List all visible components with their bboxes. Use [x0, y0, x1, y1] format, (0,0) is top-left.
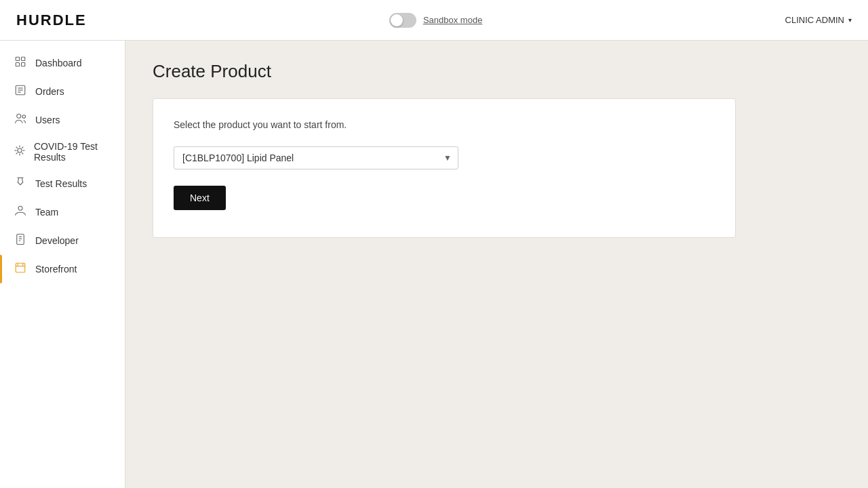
sidebar-item-orders[interactable]: Orders [0, 77, 125, 106]
svg-point-8 [17, 114, 21, 118]
page-title: Create Product [153, 61, 841, 82]
sidebar-item-storefront[interactable]: Storefront [0, 255, 125, 283]
sidebar-item-users[interactable]: Users [0, 106, 125, 134]
sidebar-label-covid19: COVID-19 Test Results [34, 141, 111, 163]
covid-icon [14, 144, 26, 159]
svg-line-15 [16, 147, 18, 148]
user-menu-chevron-icon: ▾ [848, 16, 852, 24]
sandbox-mode-container: Sandbox mode [389, 13, 482, 28]
test-results-icon [14, 176, 27, 191]
svg-line-18 [22, 147, 23, 148]
svg-rect-1 [22, 57, 25, 60]
sidebar-label-dashboard: Dashboard [35, 58, 82, 68]
sandbox-mode-label[interactable]: Sandbox mode [423, 15, 482, 25]
sidebar-label-orders: Orders [35, 86, 64, 97]
sidebar-label-test-results: Test Results [35, 178, 87, 189]
sidebar-label-storefront: Storefront [35, 264, 77, 274]
orders-icon [14, 84, 27, 99]
users-icon [14, 113, 27, 127]
developer-icon [14, 233, 27, 248]
sidebar-item-team[interactable]: Team [0, 198, 125, 226]
svg-rect-3 [22, 63, 25, 66]
sandbox-toggle[interactable] [389, 13, 416, 28]
svg-line-16 [22, 152, 23, 154]
dashboard-icon [14, 56, 27, 70]
sidebar-item-test-results[interactable]: Test Results [0, 169, 125, 198]
product-select[interactable]: [C1BLP10700] Lipid Panel [C1BLP10800] Co… [174, 146, 458, 169]
main-content: Create Product Select the product you wa… [125, 41, 868, 488]
card-instruction: Select the product you want to start fro… [174, 119, 715, 130]
app-layout: Dashboard Orders Users COVID-19 Test Res… [0, 41, 868, 488]
user-name-label: CLINIC ADMIN [785, 15, 844, 25]
svg-rect-0 [16, 57, 19, 60]
next-button[interactable]: Next [174, 186, 226, 210]
svg-point-10 [18, 148, 22, 152]
user-menu[interactable]: CLINIC ADMIN ▾ [785, 15, 852, 25]
sidebar-label-team: Team [35, 207, 58, 218]
svg-rect-25 [16, 263, 25, 272]
create-product-card: Select the product you want to start fro… [153, 98, 736, 238]
app-logo: HURDLE [16, 12, 87, 29]
sidebar-item-developer[interactable]: Developer [0, 226, 125, 255]
storefront-icon [14, 262, 27, 277]
sidebar-label-developer: Developer [35, 235, 79, 246]
sandbox-toggle-knob [391, 14, 403, 26]
sidebar-item-dashboard[interactable]: Dashboard [0, 49, 125, 77]
sidebar: Dashboard Orders Users COVID-19 Test Res… [0, 41, 125, 488]
team-icon [14, 205, 27, 220]
sidebar-item-covid19[interactable]: COVID-19 Test Results [0, 134, 125, 169]
svg-point-20 [18, 206, 22, 210]
svg-point-9 [22, 115, 26, 119]
svg-line-17 [16, 152, 18, 154]
top-navigation: HURDLE Sandbox mode CLINIC ADMIN ▾ [0, 0, 868, 41]
product-select-wrapper: [C1BLP10700] Lipid Panel [C1BLP10800] Co… [174, 146, 458, 169]
svg-rect-21 [17, 235, 24, 245]
sidebar-label-users: Users [35, 115, 60, 125]
svg-rect-2 [16, 63, 19, 66]
